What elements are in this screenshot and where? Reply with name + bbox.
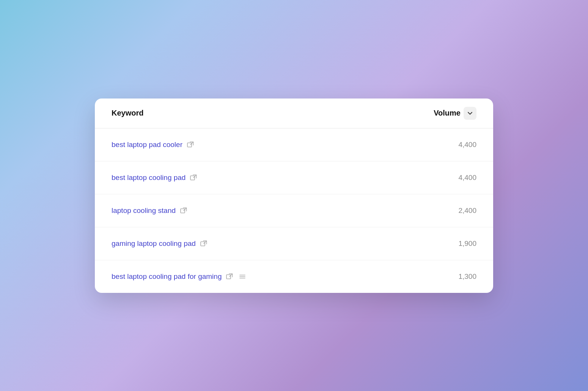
keyword-cell: best laptop cooling pad	[112, 174, 197, 182]
table-row: gaming laptop cooling pad 1,900	[95, 227, 493, 260]
external-link-icon[interactable]	[190, 174, 197, 181]
chevron-down-icon	[467, 110, 473, 116]
keyword-link[interactable]: best laptop cooling pad for gaming	[112, 272, 222, 281]
table-row: best laptop cooling pad 4,400	[95, 161, 493, 194]
volume-column-header[interactable]: Volume	[434, 107, 476, 120]
keyword-column-header: Keyword	[112, 109, 143, 117]
table-row: laptop cooling stand 2,400	[95, 194, 493, 227]
external-link-icon[interactable]	[180, 207, 187, 214]
keyword-link[interactable]: best laptop cooling pad	[112, 174, 186, 182]
svg-rect-1	[190, 176, 195, 180]
volume-value: 4,400	[446, 174, 476, 182]
volume-value: 1,300	[446, 272, 476, 281]
volume-sort-button[interactable]	[464, 107, 476, 120]
svg-rect-4	[226, 275, 231, 279]
table-row: best laptop cooling pad for gaming 1,300	[95, 260, 493, 293]
keyword-link[interactable]: laptop cooling stand	[112, 206, 176, 215]
volume-value: 1,900	[446, 239, 476, 248]
volume-label: Volume	[434, 109, 461, 117]
table-row: best laptop pad cooler 4,400	[95, 128, 493, 161]
external-link-icon[interactable]	[187, 141, 194, 148]
keyword-table-card: Keyword Volume best laptop pad cooler 4,…	[95, 99, 493, 293]
volume-value: 4,400	[446, 141, 476, 149]
keyword-cell: best laptop cooling pad for gaming	[112, 272, 246, 281]
lines-icon[interactable]	[239, 273, 246, 280]
volume-value: 2,400	[446, 206, 476, 215]
svg-rect-3	[201, 242, 205, 246]
keyword-link[interactable]: gaming laptop cooling pad	[112, 239, 196, 248]
table-header: Keyword Volume	[95, 99, 493, 128]
external-link-icon[interactable]	[226, 273, 233, 280]
keyword-cell: laptop cooling stand	[112, 206, 187, 215]
svg-rect-2	[181, 209, 185, 213]
table-body: best laptop pad cooler 4,400 best laptop…	[95, 128, 493, 293]
external-link-icon[interactable]	[200, 240, 207, 247]
keyword-cell: best laptop pad cooler	[112, 141, 194, 149]
keyword-cell: gaming laptop cooling pad	[112, 239, 207, 248]
svg-rect-0	[187, 143, 192, 147]
keyword-link[interactable]: best laptop pad cooler	[112, 141, 182, 149]
